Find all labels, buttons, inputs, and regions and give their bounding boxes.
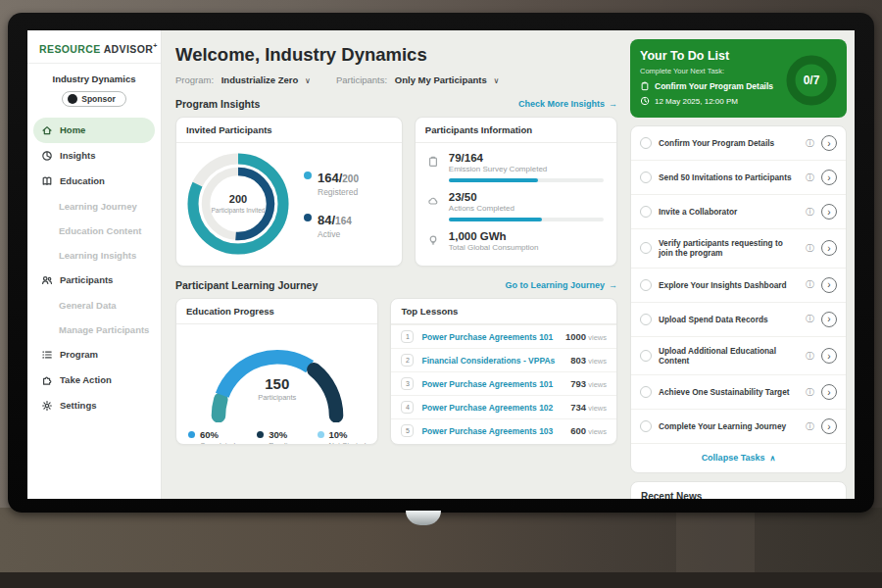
info-icon[interactable]: ⓘ xyxy=(806,242,814,255)
views-count: 600 xyxy=(570,425,586,436)
page-title: Welcome, Industry Dynamics xyxy=(175,44,617,66)
completed-label: Completed xyxy=(200,441,235,445)
todo-summary-panel: Your To Do List Complete Your Next Task:… xyxy=(630,39,847,118)
sidebar-item-home[interactable]: Home xyxy=(33,118,155,143)
sidebar-item-education[interactable]: Education xyxy=(27,169,161,194)
completed-pct: 60% xyxy=(200,429,235,440)
lesson-link[interactable]: Power Purchase Agreements 102 xyxy=(421,403,563,413)
progress-bar xyxy=(449,218,604,221)
sidebar-item-take-action[interactable]: Take Action xyxy=(27,368,161,393)
active-dot xyxy=(304,214,312,221)
sidebar-item-learning-insights[interactable]: Learning Insights xyxy=(27,243,161,268)
task-row: Achieve One Sustainability Target ⓘ › xyxy=(631,375,846,410)
info-icon[interactable]: ⓘ xyxy=(806,386,814,399)
dashboard-screen: RESOURCE ADVISOR+ Industry Dynamics Spon… xyxy=(27,30,855,499)
sponsor-badge-icon xyxy=(68,94,77,104)
info-icon[interactable]: ⓘ xyxy=(806,350,814,363)
task-checkbox[interactable] xyxy=(640,242,652,254)
lesson-link[interactable]: Financial Considerations - VPPAs xyxy=(421,356,563,366)
sidebar-item-label: Insights xyxy=(60,150,95,161)
rank-badge: 4 xyxy=(401,401,414,414)
logo-resource: RESOURCE xyxy=(39,43,104,55)
invited-participants-card: Invited Participants 200 Partic xyxy=(175,117,403,267)
lesson-link[interactable]: Power Purchase Agreements 101 xyxy=(421,332,558,342)
not-started-label: Not Started xyxy=(329,441,367,445)
program-select[interactable]: Program: Industrialize Zero ∨ xyxy=(175,74,311,85)
stat-label: Emission Survey Completed xyxy=(449,165,604,173)
task-open-button[interactable]: › xyxy=(821,418,837,434)
collapse-tasks-link[interactable]: Collapse Tasks∧ xyxy=(631,444,846,472)
pending-pct: 30% xyxy=(269,429,296,440)
task-checkbox[interactable] xyxy=(640,314,652,325)
task-label: Verify participants requesting to join t… xyxy=(659,238,799,259)
donut-center-value: 200 xyxy=(229,193,247,205)
stat-value: 1,000 GWh xyxy=(449,230,539,242)
sidebar: RESOURCE ADVISOR+ Industry Dynamics Spon… xyxy=(27,30,162,499)
card-title: Education Progress xyxy=(176,299,377,324)
registered-total: 200 xyxy=(342,173,359,184)
go-to-learning-journey-link[interactable]: Go to Learning Journey→ xyxy=(505,280,617,290)
sidebar-item-label: Education Content xyxy=(59,225,141,236)
task-open-button[interactable]: › xyxy=(821,204,837,220)
chevron-down-icon: ∨ xyxy=(305,76,311,85)
card-title: Participants Information xyxy=(416,118,616,143)
program-value: Industrialize Zero xyxy=(221,74,299,85)
task-open-button[interactable]: › xyxy=(821,277,837,293)
section-title-program-insights: Program Insights xyxy=(175,98,260,110)
sidebar-item-learning-journey[interactable]: Learning Journey xyxy=(27,194,161,219)
info-icon[interactable]: ⓘ xyxy=(806,278,814,291)
info-icon[interactable]: ⓘ xyxy=(806,313,814,325)
task-label: Confirm Your Program Details xyxy=(659,138,799,148)
people-icon xyxy=(41,274,53,286)
sidebar-item-insights[interactable]: Insights xyxy=(27,143,161,169)
app-logo: RESOURCE ADVISOR+ xyxy=(27,39,161,64)
task-row: Complete Your Learning Journey ⓘ › xyxy=(631,410,846,444)
views-count: 803 xyxy=(570,355,586,366)
task-checkbox[interactable] xyxy=(640,137,652,149)
info-icon[interactable]: ⓘ xyxy=(806,420,814,433)
task-open-button[interactable]: › xyxy=(821,240,837,256)
task-open-button[interactable]: › xyxy=(821,384,837,400)
task-open-button[interactable]: › xyxy=(821,170,837,185)
lesson-link[interactable]: Power Purchase Agreements 101 xyxy=(421,379,563,389)
task-open-button[interactable]: › xyxy=(821,348,837,364)
sidebar-item-participants[interactable]: Participants xyxy=(27,268,161,293)
stat-actions-completed: 23/50 Actions Completed xyxy=(416,182,616,221)
info-icon[interactable]: ⓘ xyxy=(806,172,814,184)
task-checkbox[interactable] xyxy=(640,206,652,218)
right-column: Your To Do List Complete Your Next Task:… xyxy=(629,30,855,499)
collapse-label: Collapse Tasks xyxy=(702,453,765,463)
info-icon[interactable]: ⓘ xyxy=(806,206,814,219)
participants-select[interactable]: Participants: Only My Participants ∨ xyxy=(336,74,499,85)
task-label: Upload Spend Data Records xyxy=(659,315,799,324)
views-suffix: views xyxy=(586,427,607,436)
task-checkbox[interactable] xyxy=(640,386,652,398)
stat-label: Actions Completed xyxy=(449,204,604,213)
task-open-button[interactable]: › xyxy=(821,312,837,327)
check-more-insights-link[interactable]: Check More Insights→ xyxy=(518,99,617,109)
task-row: Send 50 Invitations to Participants ⓘ › xyxy=(631,161,846,195)
task-checkbox[interactable] xyxy=(640,279,652,291)
invited-donut-chart: 200 Participants Invited xyxy=(182,148,294,260)
task-checkbox[interactable] xyxy=(640,172,652,183)
sidebar-item-program[interactable]: Program xyxy=(27,342,161,368)
list-icon xyxy=(41,349,53,361)
task-checkbox[interactable] xyxy=(640,420,652,432)
chevron-down-icon: ∨ xyxy=(493,76,499,85)
info-icon[interactable]: ⓘ xyxy=(806,137,814,150)
clipboard-icon xyxy=(640,81,650,91)
lesson-link[interactable]: Power Purchase Agreements 103 xyxy=(421,426,563,436)
puzzle-icon xyxy=(41,374,53,386)
sidebar-item-education-content[interactable]: Education Content xyxy=(27,219,161,243)
task-checkbox[interactable] xyxy=(640,350,652,362)
lesson-row: 3 Power Purchase Agreements 101 793 view… xyxy=(391,371,616,395)
sidebar-item-manage-participants[interactable]: Manage Participants xyxy=(27,318,161,342)
views-count: 1000 xyxy=(565,331,586,342)
sidebar-item-general-data[interactable]: General Data xyxy=(27,293,161,318)
rank-badge: 5 xyxy=(401,424,414,437)
task-open-button[interactable]: › xyxy=(821,135,837,151)
sidebar-item-settings[interactable]: Settings xyxy=(27,393,161,418)
arrow-right-icon: → xyxy=(609,280,617,290)
clock-icon xyxy=(640,96,650,106)
task-row: Verify participants requesting to join t… xyxy=(631,229,846,269)
